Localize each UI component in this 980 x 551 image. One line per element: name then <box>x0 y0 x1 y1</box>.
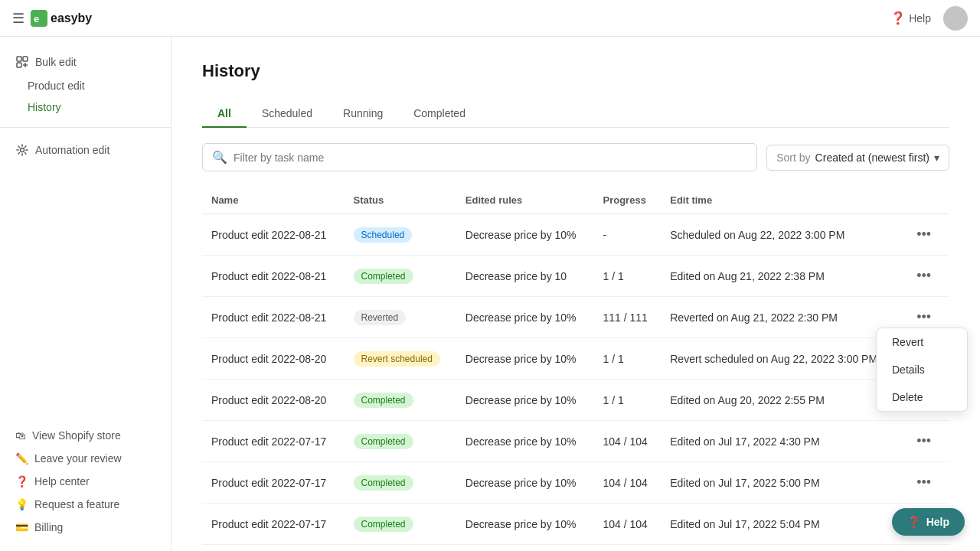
sidebar-item-automation-edit[interactable]: Automation edit <box>6 137 165 163</box>
more-actions-button[interactable]: ••• <box>910 306 937 328</box>
tab-scheduled[interactable]: Scheduled <box>247 99 328 127</box>
help-widget[interactable]: ❓ Help <box>892 508 965 536</box>
page-title: History <box>202 61 949 81</box>
cell-edit-time: Edited on Aug 21, 2022 2:38 PM <box>661 256 901 297</box>
context-menu: Revert Details Delete <box>876 328 968 412</box>
more-actions-button[interactable]: ••• <box>910 430 937 452</box>
sort-value: Created at (newest first) <box>815 152 929 164</box>
sidebar-item-view-shopify[interactable]: 🛍 View Shopify store <box>6 424 165 447</box>
cell-edit-time: Edited on Jul 17, 2022 5:00 PM <box>661 462 901 504</box>
billing-label: Billing <box>34 521 63 533</box>
search-input[interactable] <box>234 152 747 164</box>
table-row: Product edit 2022-08-21 Scheduled Decrea… <box>202 214 949 256</box>
table-row: Product edit 2022-08-20 Completed Decrea… <box>202 380 949 421</box>
sidebar-bottom: 🛍 View Shopify store ✏️ Leave your revie… <box>0 421 171 542</box>
sidebar-history-label: History <box>28 101 61 113</box>
table-row: Product edit 2022-07-17 Completed Decrea… <box>202 504 949 545</box>
cell-edit-time: Revert scheduled on Aug 22, 2022 3:00 PM <box>661 338 901 380</box>
cell-actions: ••• <box>901 462 949 504</box>
search-box[interactable]: 🔍 <box>202 143 757 171</box>
sidebar-item-product-edit[interactable]: Product edit <box>6 75 165 96</box>
status-badge: Revert scheduled <box>354 351 440 367</box>
hamburger-icon[interactable]: ☰ <box>12 10 24 27</box>
tab-all[interactable]: All <box>202 99 247 127</box>
cell-edited-rules: Decrease price by 10% <box>456 214 594 256</box>
table-row: Product edit 2022-08-21 Reverted Decreas… <box>202 297 949 338</box>
more-actions-button[interactable]: ••• <box>910 223 937 246</box>
cell-edit-time: Scheduled on Aug 22, 2022 3:00 PM <box>661 214 901 256</box>
bulk-edit-icon <box>15 55 29 69</box>
table-row: Product edit 2022-08-21 Completed Decrea… <box>202 256 949 297</box>
cell-status: Completed <box>345 380 456 421</box>
gear-icon <box>15 143 29 157</box>
context-menu-revert[interactable]: Revert <box>877 328 967 356</box>
tabs-bar: All Scheduled Running Completed <box>202 99 949 128</box>
svg-point-5 <box>21 148 24 152</box>
lightbulb-icon: 💡 <box>15 498 28 510</box>
search-sort-row: 🔍 Sort by Created at (newest first) ▾ <box>202 143 949 171</box>
help-button-label: Help <box>909 12 931 24</box>
sort-select[interactable]: Sort by Created at (newest first) ▾ <box>766 145 949 171</box>
help-circle-icon: ❓ <box>890 11 906 25</box>
sidebar-item-leave-review[interactable]: ✏️ Leave your review <box>6 447 165 470</box>
tab-running[interactable]: Running <box>328 99 398 127</box>
help-center-label: Help center <box>34 475 90 487</box>
cell-edited-rules: Decrease price by 10% <box>456 297 594 338</box>
topbar-right: ❓ Help <box>890 6 968 31</box>
more-actions-button[interactable]: ••• <box>910 471 937 494</box>
logo-text: easyby <box>51 11 92 25</box>
sidebar-item-request-feature[interactable]: 💡 Request a feature <box>6 493 165 516</box>
status-badge: Completed <box>354 517 413 532</box>
table-head: Name Status Edited rules Progress Edit t… <box>202 187 949 214</box>
shopify-icon: 🛍 <box>15 429 26 442</box>
cell-edited-rules: Decrease price by 10% <box>456 504 594 545</box>
context-menu-delete[interactable]: Delete <box>877 383 967 411</box>
cell-edit-time: Reverted on Aug 21, 2022 2:30 PM <box>661 297 901 338</box>
cell-status: Completed <box>345 504 456 545</box>
main-content: History All Scheduled Running Completed … <box>172 37 980 551</box>
svg-rect-3 <box>23 57 28 61</box>
cell-progress: 111 / 111 <box>594 297 662 338</box>
tab-completed[interactable]: Completed <box>398 99 481 127</box>
sidebar-product-edit-label: Product edit <box>28 80 85 92</box>
status-badge: Completed <box>354 393 413 408</box>
sidebar-top-section: Bulk edit Product edit History <box>0 46 171 121</box>
cell-status: Completed <box>345 462 456 504</box>
cell-progress: - <box>594 214 662 256</box>
col-actions <box>901 187 949 214</box>
avatar[interactable] <box>943 6 968 31</box>
more-actions-button[interactable]: ••• <box>910 265 937 287</box>
chevron-down-icon: ▾ <box>934 152 939 164</box>
svg-text:e: e <box>34 13 39 24</box>
sidebar-item-help-center[interactable]: ❓ Help center <box>6 470 165 493</box>
cell-name: Product edit 2022-07-17 <box>202 504 345 545</box>
help-button[interactable]: ❓ Help <box>890 11 931 25</box>
cell-edited-rules: Decrease price by 10% <box>456 380 594 421</box>
cell-name: Product edit 2022-08-21 <box>202 297 345 338</box>
status-badge: Completed <box>354 269 413 284</box>
context-menu-details[interactable]: Details <box>877 356 967 383</box>
sidebar-automation-section: Automation edit <box>0 134 171 166</box>
status-badge: Reverted <box>354 310 407 325</box>
topbar-left: ☰ e easyby <box>12 10 92 27</box>
cell-actions: ••• <box>901 421 949 462</box>
sidebar-divider-1 <box>0 127 171 128</box>
cell-name: Product edit 2022-07-17 <box>202 462 345 504</box>
status-badge: Completed <box>354 434 413 449</box>
cell-edit-time: Edited on Aug 20, 2022 2:55 PM <box>661 380 901 421</box>
cell-name: Product edit 2022-08-20 <box>202 380 345 421</box>
help-widget-icon: ❓ <box>907 516 920 528</box>
sidebar-item-billing[interactable]: 💳 Billing <box>6 516 165 539</box>
help-icon: ❓ <box>15 475 28 487</box>
sidebar-item-history[interactable]: History <box>6 96 165 118</box>
history-table: Name Status Edited rules Progress Edit t… <box>202 187 949 545</box>
svg-rect-4 <box>17 63 21 67</box>
cell-edited-rules: Decrease price by 10 <box>456 256 594 297</box>
sidebar-bulk-edit-label: Bulk edit <box>35 56 77 68</box>
logo-icon: e <box>31 10 47 27</box>
cell-status: Reverted <box>345 297 456 338</box>
table-row: Product edit 2022-07-17 Completed Decrea… <box>202 462 949 504</box>
sidebar-item-bulk-edit[interactable]: Bulk edit <box>6 49 165 75</box>
cell-name: Product edit 2022-08-20 <box>202 338 345 380</box>
view-shopify-label: View Shopify store <box>32 429 121 442</box>
